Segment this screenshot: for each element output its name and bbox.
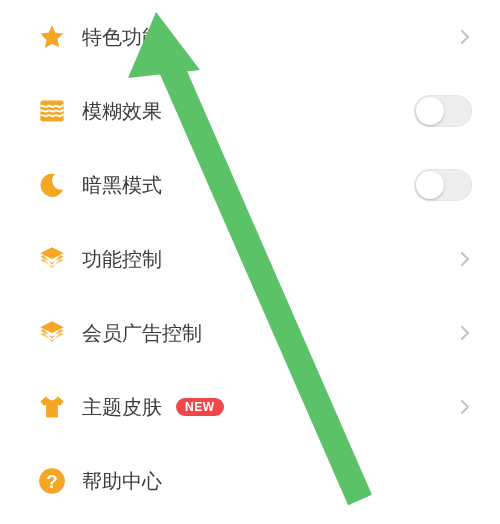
star-icon	[38, 23, 66, 51]
layers-icon	[38, 245, 66, 273]
item-label: 模糊效果	[82, 98, 162, 125]
chevron-right-icon	[458, 26, 472, 48]
item-label: 功能控制	[82, 246, 162, 273]
blur-toggle[interactable]	[414, 95, 472, 127]
item-member-ad-control[interactable]: 会员广告控制	[0, 296, 500, 370]
chevron-right-icon	[458, 248, 472, 270]
shirt-icon	[38, 393, 66, 421]
dark-mode-toggle[interactable]	[414, 169, 472, 201]
item-features[interactable]: 特色功能	[0, 0, 500, 74]
item-help[interactable]: ? 帮助中心	[0, 444, 500, 518]
item-label: 会员广告控制	[82, 320, 202, 347]
item-label: 特色功能	[82, 24, 162, 51]
item-blur: 模糊效果	[0, 74, 500, 148]
item-dark-mode: 暗黑模式	[0, 148, 500, 222]
item-label: 帮助中心	[82, 468, 162, 495]
new-badge: NEW	[176, 398, 224, 416]
settings-list: 特色功能 模糊效果 暗黑模式	[0, 0, 500, 518]
help-icon: ?	[38, 467, 66, 495]
item-function-control[interactable]: 功能控制	[0, 222, 500, 296]
item-theme[interactable]: 主题皮肤 NEW	[0, 370, 500, 444]
layers-icon	[38, 319, 66, 347]
item-label: 主题皮肤	[82, 394, 162, 421]
svg-text:?: ?	[46, 471, 57, 492]
chevron-right-icon	[458, 396, 472, 418]
item-label: 暗黑模式	[82, 172, 162, 199]
waves-icon	[38, 97, 66, 125]
moon-icon	[38, 171, 66, 199]
chevron-right-icon	[458, 322, 472, 344]
